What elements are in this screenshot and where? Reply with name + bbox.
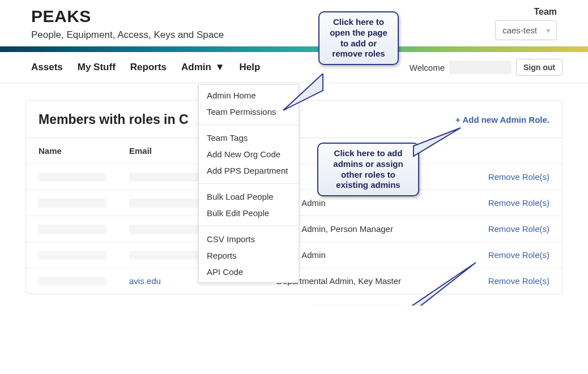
gradient-divider	[0, 46, 588, 52]
panel-title: Members with roles in C	[39, 112, 189, 127]
caret-down-icon: ▼	[215, 62, 225, 72]
menu-bulk-load[interactable]: Bulk Load People	[199, 186, 299, 205]
callout-top: Click here to open the page to add or re…	[318, 11, 399, 65]
nav-reports[interactable]: Reports	[125, 59, 172, 75]
menu-reports[interactable]: Reports	[199, 247, 299, 264]
username-redacted	[449, 61, 512, 74]
roles-cell: nental Admin, Person Manager	[276, 224, 476, 234]
menu-team-permissions[interactable]: Team Permissions	[199, 104, 299, 122]
nav-assets[interactable]: Assets	[25, 59, 69, 75]
menu-add-pps-dept[interactable]: Add PPS Department	[199, 162, 299, 181]
name-redacted	[39, 251, 106, 260]
menu-add-org-code[interactable]: Add New Org Code	[199, 146, 299, 162]
remove-roles-link[interactable]: Remove Role(s)	[488, 198, 549, 208]
menu-csv-imports[interactable]: CSV Imports	[199, 229, 299, 247]
menu-admin-home[interactable]: Admin Home	[199, 85, 299, 104]
name-redacted	[39, 225, 106, 234]
name-redacted	[39, 173, 106, 182]
team-selector[interactable]: caes-test ▾	[495, 20, 557, 40]
menu-api-code[interactable]: API Code	[199, 264, 299, 282]
remove-roles-link[interactable]: Remove Role(s)	[488, 224, 549, 234]
callout-middle: Click here to add admins or assign other…	[317, 143, 419, 196]
nav-admin-label: Admin	[181, 62, 211, 72]
sign-out-button[interactable]: Sign out	[516, 59, 563, 76]
chevron-down-icon: ▾	[546, 25, 551, 36]
roles-cell: nental Admin	[276, 198, 476, 208]
menu-team-tags[interactable]: Team Tags	[199, 127, 299, 146]
menu-bulk-edit[interactable]: Bulk Edit People	[199, 205, 299, 223]
nav-my-stuff[interactable]: My Stuff	[72, 59, 121, 75]
roles-cell: nental Admin	[276, 250, 476, 260]
app-title: PEAKS	[31, 7, 224, 26]
remove-roles-link[interactable]: Remove Role(s)	[488, 172, 549, 182]
app-subtitle: People, Equipment, Access, Keys and Spac…	[31, 29, 224, 41]
add-admin-role-button[interactable]: + Add new Admin Role.	[455, 115, 549, 124]
welcome-label: Welcome	[410, 63, 445, 72]
nav-help[interactable]: Help	[234, 59, 266, 75]
nav-admin[interactable]: Admin ▼	[176, 59, 230, 75]
roles-cell: Departmental Admin, Key Master	[276, 276, 476, 286]
admin-dropdown: Admin Home Team Permissions Team Tags Ad…	[198, 84, 299, 283]
name-redacted	[39, 199, 106, 208]
team-label: Team	[495, 7, 557, 17]
team-selected-value: caes-test	[502, 25, 537, 35]
main-nav: Assets My Stuff Reports Admin ▼ Help Wel…	[0, 52, 588, 83]
remove-roles-link[interactable]: Remove Role(s)	[488, 250, 549, 260]
name-redacted	[39, 277, 106, 286]
col-name: Name	[39, 146, 129, 156]
remove-roles-link[interactable]: Remove Role(s)	[488, 276, 549, 286]
